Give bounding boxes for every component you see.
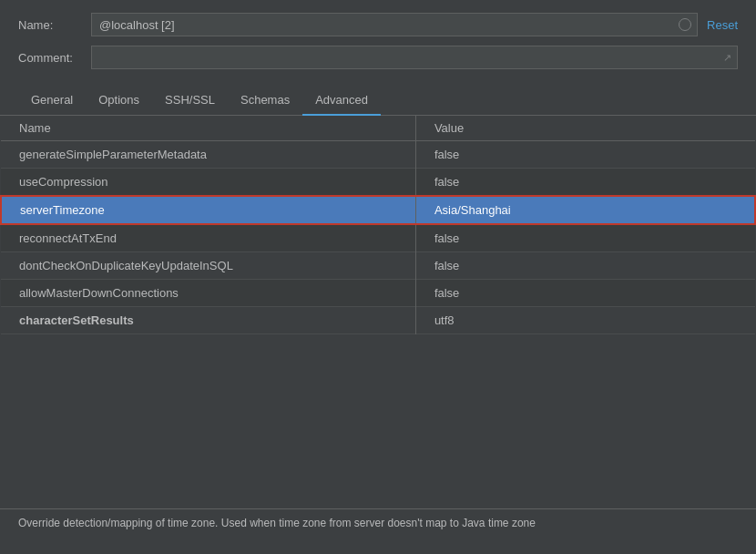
table-row[interactable]: serverTimezoneAsia/Shanghai [1, 196, 755, 224]
table-row[interactable]: useCompressionfalse [1, 169, 755, 197]
expand-icon: ↗ [723, 52, 731, 64]
table-row[interactable]: allowMasterDownConnectionsfalse [1, 280, 755, 307]
tab-general[interactable]: General [18, 87, 86, 116]
header-value: Value [415, 116, 755, 141]
cell-name: dontCheckOnDuplicateKeyUpdateInSQL [1, 252, 415, 280]
table-header-row: Name Value [1, 116, 755, 141]
cell-value: Asia/Shanghai [415, 196, 755, 224]
cell-value: false [415, 280, 755, 307]
table-row[interactable]: dontCheckOnDuplicateKeyUpdateInSQLfalse [1, 252, 755, 280]
table-row[interactable]: characterSetResultsutf8 [1, 307, 755, 334]
cell-value: false [415, 224, 755, 252]
dialog: Name: @localhost [2] Reset Comment: ↗ Ge… [0, 0, 756, 554]
form-section: Name: @localhost [2] Reset Comment: ↗ [0, 0, 756, 84]
table-row[interactable]: reconnectAtTxEndfalse [1, 224, 755, 252]
cell-value: false [415, 252, 755, 280]
cell-name: reconnectAtTxEnd [1, 224, 415, 252]
name-label: Name: [18, 18, 91, 32]
status-bar: Override detection/mapping of time zone.… [0, 508, 756, 554]
tab-options[interactable]: Options [86, 87, 152, 116]
cell-name: serverTimezone [1, 196, 415, 224]
cell-value: false [415, 141, 755, 169]
comment-label: Comment: [18, 51, 91, 65]
tab-advanced[interactable]: Advanced [302, 87, 381, 116]
reset-button[interactable]: Reset [707, 18, 738, 32]
cell-name: allowMasterDownConnections [1, 280, 415, 307]
name-row: Name: @localhost [2] Reset [18, 13, 738, 36]
comment-input[interactable]: ↗ [91, 46, 738, 69]
tabs-bar: General Options SSH/SSL Schemas Advanced [0, 87, 756, 116]
table-row[interactable]: generateSimpleParameterMetadatafalse [1, 141, 755, 169]
clear-icon[interactable] [679, 18, 691, 31]
cell-value: false [415, 169, 755, 197]
tab-ssh-ssl[interactable]: SSH/SSL [152, 87, 228, 116]
header-name: Name [1, 116, 415, 141]
cell-value: utf8 [415, 307, 755, 334]
properties-table: Name Value generateSimpleParameterMetada… [0, 116, 756, 334]
properties-table-container: Name Value generateSimpleParameterMetada… [0, 116, 756, 508]
comment-row: Comment: ↗ [18, 46, 738, 69]
tab-schemas[interactable]: Schemas [228, 87, 302, 116]
cell-name: characterSetResults [1, 307, 415, 334]
cell-name: generateSimpleParameterMetadata [1, 141, 415, 169]
cell-name: useCompression [1, 169, 415, 197]
status-text: Override detection/mapping of time zone.… [18, 517, 536, 529]
name-value: @localhost [2] [99, 18, 175, 32]
name-input[interactable]: @localhost [2] [91, 13, 698, 36]
